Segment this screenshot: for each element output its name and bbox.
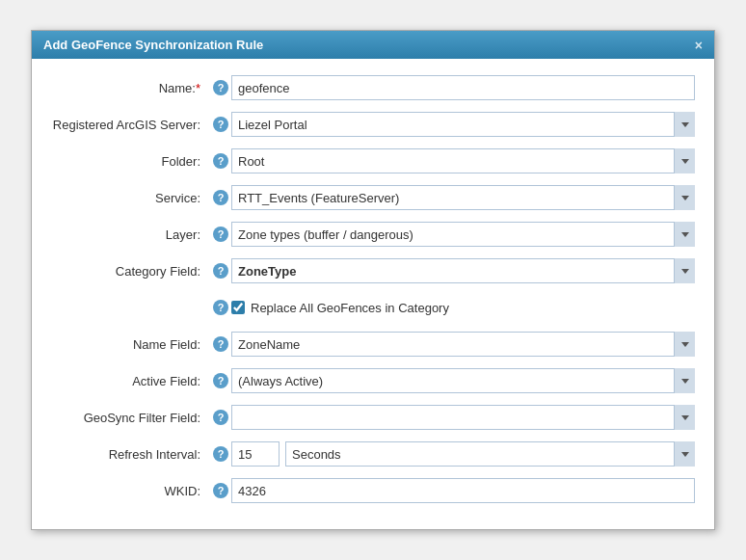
registered-server-select[interactable]: Liezel Portal <box>231 112 695 137</box>
active-field-select[interactable]: (Always Active) <box>231 368 695 393</box>
wkid-field-wrapper <box>231 478 695 503</box>
name-help-icon[interactable]: ? <box>210 80 231 95</box>
refresh-interval-control: Seconds <box>231 441 695 467</box>
wkid-help-icon[interactable]: ? <box>210 483 231 498</box>
dialog-title-bar: Add GeoFence Synchronization Rule × <box>32 31 714 59</box>
geosync-filter-label: GeoSync Filter Field: <box>51 411 210 425</box>
name-field-wrapper <box>231 75 695 100</box>
folder-row: Folder: ? Root <box>51 147 695 174</box>
layer-select[interactable]: Zone types (buffer / dangerous) <box>231 222 695 247</box>
active-field-select-wrapper: (Always Active) <box>231 368 695 393</box>
name-field-select[interactable]: ZoneName <box>231 332 695 357</box>
layer-row: Layer: ? Zone types (buffer / dangerous) <box>51 221 695 248</box>
geosync-filter-row: GeoSync Filter Field: ? <box>51 404 695 431</box>
replace-geofences-help-icon[interactable]: ? <box>210 300 231 315</box>
active-field-label: Active Field: <box>51 374 210 388</box>
service-select[interactable]: RTT_Events (FeatureServer) <box>231 185 695 210</box>
active-field-row: Active Field: ? (Always Active) <box>51 367 695 394</box>
category-field-select[interactable]: ZoneType <box>231 258 695 283</box>
dialog-title-text: Add GeoFence Synchronization Rule <box>43 38 263 52</box>
layer-select-wrapper: Zone types (buffer / dangerous) <box>231 222 695 247</box>
category-field-help-icon[interactable]: ? <box>210 263 231 279</box>
refresh-interval-input[interactable] <box>231 441 280 467</box>
refresh-row: Seconds <box>231 441 695 467</box>
category-field-label: Category Field: <box>51 264 210 279</box>
dialog: Add GeoFence Synchronization Rule × Name… <box>31 30 715 530</box>
name-field-help-icon[interactable]: ? <box>210 336 231 352</box>
name-input[interactable] <box>231 75 695 100</box>
service-help-icon[interactable]: ? <box>210 190 231 205</box>
category-field-select-wrapper: ZoneType <box>231 258 695 283</box>
geosync-filter-select[interactable] <box>231 405 695 430</box>
name-row: Name:* ? <box>51 74 695 101</box>
refresh-unit-select[interactable]: Seconds <box>285 441 695 467</box>
folder-label: Folder: <box>51 154 210 169</box>
folder-help-icon[interactable]: ? <box>210 153 231 169</box>
refresh-interval-row: Refresh Interval: ? Seconds <box>51 440 695 467</box>
replace-checkbox-row: Replace All GeoFences in Category <box>231 301 695 315</box>
active-field-help-icon[interactable]: ? <box>210 373 231 388</box>
folder-select-wrapper: Root <box>231 148 695 173</box>
name-label: Name:* <box>51 81 210 95</box>
wkid-input[interactable] <box>231 478 695 503</box>
refresh-interval-label: Refresh Interval: <box>51 447 210 462</box>
service-select-wrapper: RTT_Events (FeatureServer) <box>231 185 695 210</box>
layer-help-icon[interactable]: ? <box>210 227 231 242</box>
name-field-label: Name Field: <box>51 337 210 352</box>
registered-server-label: Registered ArcGIS Server: <box>51 118 210 132</box>
close-button[interactable]: × <box>695 39 703 52</box>
refresh-interval-help-icon[interactable]: ? <box>210 446 231 462</box>
registered-server-help-icon[interactable]: ? <box>210 117 231 132</box>
name-field-row: Name Field: ? ZoneName <box>51 331 695 358</box>
service-label: Service: <box>51 191 210 205</box>
replace-geofences-checkbox-label: Replace All GeoFences in Category <box>251 301 449 315</box>
dialog-body: Name:* ? Registered ArcGIS Server: ? Lie… <box>32 59 714 529</box>
category-field-row: Category Field: ? ZoneType <box>51 257 695 284</box>
service-row: Service: ? RTT_Events (FeatureServer) <box>51 184 695 211</box>
folder-select[interactable]: Root <box>231 148 695 173</box>
wkid-label: WKID: <box>51 484 210 498</box>
registered-server-row: Registered ArcGIS Server: ? Liezel Porta… <box>51 111 695 138</box>
name-field-select-wrapper: ZoneName <box>231 332 695 357</box>
registered-server-select-wrapper: Liezel Portal <box>231 112 695 137</box>
layer-label: Layer: <box>51 227 210 242</box>
replace-geofences-checkbox[interactable] <box>231 301 245 314</box>
refresh-unit-select-wrapper: Seconds <box>285 441 695 467</box>
wkid-row: WKID: ? <box>51 477 695 504</box>
replace-geofences-row: ? Replace All GeoFences in Category <box>51 294 695 321</box>
geosync-filter-select-wrapper <box>231 405 695 430</box>
geosync-filter-help-icon[interactable]: ? <box>210 410 231 425</box>
replace-geofences-control: Replace All GeoFences in Category <box>231 301 695 315</box>
